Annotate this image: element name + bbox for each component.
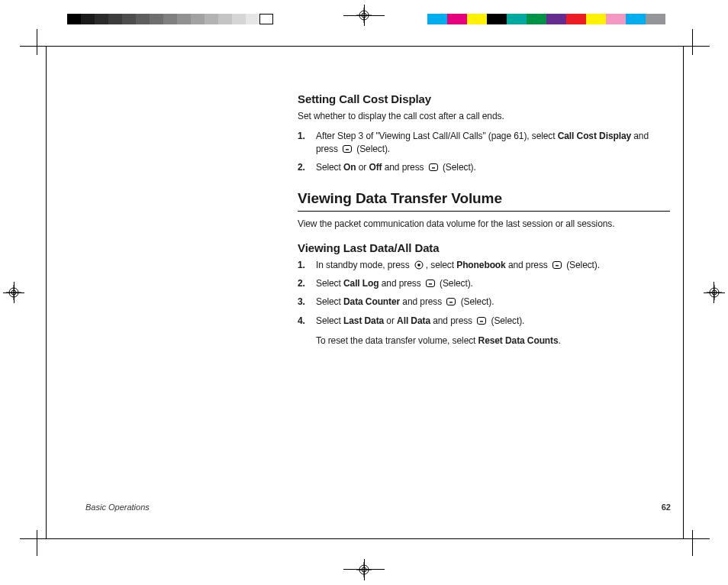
svg-rect-23	[556, 265, 559, 266]
svg-rect-16	[343, 145, 352, 152]
steps-viewing-last-data: In standby mode, press , select Phoneboo…	[298, 259, 670, 328]
trim-line-top	[46, 46, 684, 47]
softkey-icon	[552, 260, 562, 273]
crop-mark	[692, 530, 693, 556]
grayscale-colorbar	[67, 14, 273, 24]
step-item: Select Call Log and press (Select).	[298, 277, 670, 291]
crop-mark	[692, 29, 693, 55]
crop-mark	[20, 538, 46, 539]
softkey-icon	[476, 316, 487, 328]
heading-viewing-last-data: Viewing Last Data/All Data	[298, 241, 670, 256]
svg-rect-27	[449, 302, 453, 303]
step-item: Select On or Off and press (Select).	[298, 161, 670, 175]
color-colorbar	[427, 14, 665, 24]
center-key-icon	[414, 260, 424, 273]
softkey-icon	[342, 144, 353, 157]
svg-rect-19	[432, 167, 435, 168]
footer-section: Basic Operations	[85, 503, 150, 512]
crop-mark	[37, 29, 37, 55]
svg-point-21	[417, 263, 420, 267]
svg-rect-18	[429, 163, 437, 170]
reg-cross	[364, 559, 365, 580]
trim-line-bottom	[46, 538, 684, 539]
trim-line-left	[46, 46, 47, 539]
reg-cross	[704, 292, 725, 293]
reg-cross	[14, 282, 14, 303]
softkey-icon	[428, 163, 439, 175]
desc-viewing-data-transfer: View the packet communication data volum…	[298, 218, 670, 230]
step-item: In standby mode, press , select Phoneboo…	[298, 259, 670, 273]
crop-mark	[37, 530, 37, 556]
manual-page: Setting Call Cost Display Set whether to…	[0, 0, 728, 585]
crop-mark	[20, 46, 46, 47]
svg-rect-17	[346, 149, 349, 150]
note-reset-data-counts: To reset the data transfer volume, selec…	[298, 335, 670, 347]
step-item: Select Last Data or All Data and press (…	[298, 315, 670, 328]
reg-cross	[714, 282, 714, 303]
crop-mark	[684, 46, 710, 47]
page-content: Setting Call Cost Display Set whether to…	[298, 87, 670, 354]
crop-mark	[684, 538, 710, 539]
desc-setting-call-cost: Set whether to display the call cost aft…	[298, 110, 670, 122]
steps-setting-call-cost: After Step 3 of "Viewing Last Call/All C…	[298, 130, 670, 175]
svg-rect-29	[480, 321, 483, 322]
note-bold: Reset Data Counts	[478, 335, 559, 346]
reg-cross	[364, 5, 365, 26]
step-item: After Step 3 of "Viewing Last Call/All C…	[298, 130, 670, 156]
svg-rect-26	[447, 299, 456, 305]
heading-viewing-data-transfer: Viewing Data Transfer Volume	[298, 189, 670, 208]
note-text: To reset the data transfer volume, selec…	[316, 335, 478, 346]
svg-rect-22	[552, 262, 561, 269]
softkey-icon	[425, 279, 436, 291]
note-text: .	[559, 335, 561, 346]
step-item: Select Data Counter and press (Select).	[298, 296, 670, 309]
heading-setting-call-cost: Setting Call Cost Display	[298, 92, 670, 107]
svg-rect-24	[426, 280, 434, 287]
svg-rect-25	[429, 283, 432, 284]
page-number: 62	[662, 503, 671, 512]
trim-line-right	[683, 46, 684, 539]
page-footer: Basic Operations 62	[85, 503, 671, 512]
softkey-icon	[446, 297, 456, 309]
svg-rect-28	[478, 317, 486, 324]
section-rule	[298, 211, 670, 212]
